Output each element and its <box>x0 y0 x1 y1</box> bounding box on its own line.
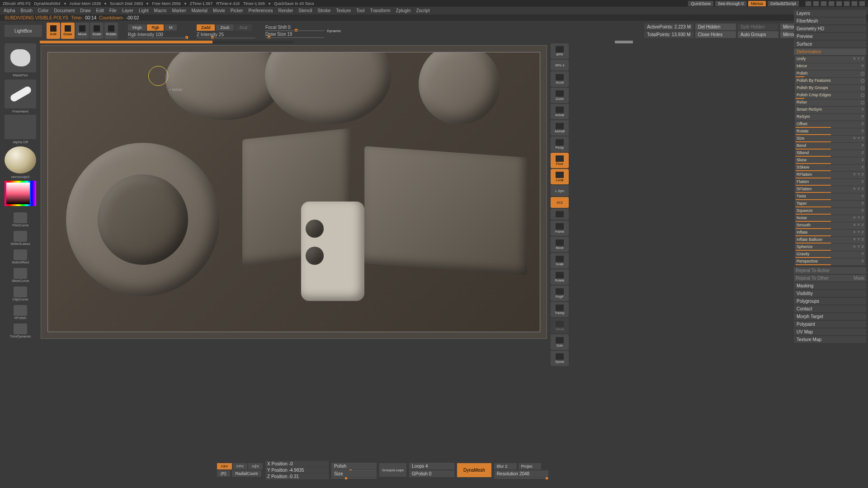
spix-slider[interactable]: SPix 3 <box>551 60 569 70</box>
repeat-active-button[interactable]: Repeat To Active <box>794 267 866 274</box>
menu-material[interactable]: Material <box>192 8 208 13</box>
deform-taper[interactable]: TaperZ <box>795 201 865 207</box>
section-visibility[interactable]: Visibility <box>794 290 866 297</box>
scroll-button[interactable]: Scroll <box>551 71 569 87</box>
draw-mode-button[interactable]: Draw <box>61 23 75 39</box>
draw-size-slider[interactable]: Draw Size 19 <box>265 31 324 37</box>
trimcurve-brush[interactable]: TrimCurve <box>14 212 27 223</box>
section-surface[interactable]: Surface <box>794 41 866 47</box>
section-uvmap[interactable]: UV Map <box>794 328 866 335</box>
sym-y-button[interactable]: >Y< <box>233 463 248 469</box>
canvas[interactable]: MASK <box>47 52 540 332</box>
rot-mode-button[interactable] <box>551 209 569 220</box>
focal-shift-slider[interactable]: Focal Shift 0 <box>265 24 324 30</box>
radial-r-button[interactable]: (R) <box>217 470 230 477</box>
vp-rotate-button[interactable]: Rotate <box>551 269 569 285</box>
zsub-button[interactable]: Zsub <box>216 24 234 31</box>
del-hidden-button[interactable]: Del Hidden <box>695 23 736 30</box>
menu-draw[interactable]: Draw <box>80 8 90 13</box>
deform-rflatten[interactable]: RFlattenX Y Z <box>795 172 865 178</box>
deform-sbend[interactable]: SBendZ <box>795 150 865 157</box>
floor-button[interactable]: Floor <box>551 153 569 168</box>
repeat-other-button[interactable]: Repeat To OtherMask <box>794 275 866 282</box>
menu-document[interactable]: Document <box>54 8 75 13</box>
brush-selector[interactable]: MaskPen <box>5 43 36 72</box>
actual-button[interactable]: Actual <box>551 104 569 119</box>
resolution-slider[interactable]: Resolution 2048 <box>494 470 548 477</box>
menu-texture[interactable]: Texture <box>336 8 351 13</box>
deform-skew[interactable]: SkewZ <box>795 157 865 164</box>
menu-light[interactable]: Light <box>139 8 149 13</box>
close-icon[interactable] <box>859 1 865 6</box>
deform-perspective[interactable]: PerspectiveZ <box>795 258 865 265</box>
section-geometryhd[interactable]: Geometry HD <box>794 25 866 32</box>
y-position-slider[interactable]: Y Position -4.9835 <box>265 467 329 473</box>
polyf-button[interactable]: PolyF <box>551 286 569 301</box>
sym-z-button[interactable]: >Z< <box>248 463 263 469</box>
loops-slider[interactable]: Loops 4 <box>409 463 454 469</box>
deform-rotate[interactable]: RotateZ <box>795 128 865 135</box>
xpose-button[interactable]: Xpose <box>551 351 569 366</box>
scale-mode-button[interactable]: Scale <box>90 23 104 39</box>
rotate-mode-button[interactable]: Rotate <box>104 23 118 39</box>
menu-layer[interactable]: Layer <box>122 8 133 13</box>
deform-polish-by-features[interactable]: Polish By Features <box>795 78 865 84</box>
aahalf-button[interactable]: AAHalf <box>551 120 569 136</box>
mrgb-button[interactable]: Mrgb <box>128 24 146 31</box>
deform-unify[interactable]: UnifyX Y Z <box>795 56 865 63</box>
deform-inflate[interactable]: InflateX Y Z <box>795 230 865 236</box>
menu-macro[interactable]: Macro <box>154 8 167 13</box>
defaultzscript-button[interactable]: DefaultZScript <box>768 1 799 6</box>
color-picker[interactable] <box>5 181 36 206</box>
deform-bend[interactable]: BendZ <box>795 143 865 150</box>
ghost-button[interactable]: Ghost <box>551 318 569 333</box>
frame-button[interactable]: Frame <box>551 221 569 236</box>
deform-noise[interactable]: NoiseX Y Z <box>795 215 865 222</box>
trimdynamic-brush[interactable]: TrimDynamic <box>14 324 27 334</box>
deform-mirror[interactable]: MirrorX <box>795 63 865 70</box>
menu-tool[interactable]: Tool <box>356 8 364 13</box>
gpolish-slider[interactable]: GPolish 0 <box>409 470 454 477</box>
z-intensity-slider[interactable]: Z Intensity 25 <box>197 32 255 38</box>
menu-movie[interactable]: Movie <box>213 8 225 13</box>
layout-icon[interactable] <box>813 1 819 6</box>
deform-resym[interactable]: ReSymX <box>795 114 865 121</box>
z-position-slider[interactable]: Z Position -0.31 <box>265 474 329 479</box>
rgb-button[interactable]: Rgb <box>147 24 164 31</box>
section-layers[interactable]: Layers <box>794 10 866 17</box>
xyz-button[interactable]: XYZ <box>551 197 569 208</box>
radialcount-slider[interactable]: RadialCount <box>232 470 262 477</box>
canvas-scrubber[interactable] <box>615 41 633 43</box>
deform-flatten[interactable]: FlattenZ <box>795 179 865 186</box>
local-button[interactable]: Local <box>551 169 569 184</box>
zadd-button[interactable]: Zadd <box>197 24 215 31</box>
deform-gravity[interactable]: GravityY <box>795 251 865 258</box>
menu-marker[interactable]: Marker <box>172 8 186 13</box>
menu-preferences[interactable]: Preferences <box>249 8 273 13</box>
menu-render[interactable]: Render <box>278 8 293 13</box>
x-position-slider[interactable]: X Position -0 <box>265 461 329 467</box>
seethrough-slider[interactable]: See-through 0 <box>715 1 746 6</box>
deform-smooth[interactable]: SmoothX Y Z <box>795 222 865 229</box>
hpolish-brush[interactable]: hPolish <box>14 305 27 316</box>
edit-mode-button[interactable]: Edit <box>47 23 60 39</box>
menu-zplugin[interactable]: Zplugin <box>396 8 411 13</box>
size-slider[interactable]: Size <box>331 470 377 477</box>
menu-transform[interactable]: Transform <box>370 8 390 13</box>
close-holes-button[interactable]: Close Holes <box>695 31 736 38</box>
section-deformation[interactable]: Deformation <box>794 48 866 55</box>
deform-polish-by-groups[interactable]: Polish By Groups <box>795 85 865 92</box>
section-contact[interactable]: Contact <box>794 305 866 312</box>
deform-polish[interactable]: Polish <box>795 70 865 77</box>
deform-polish-crisp-edges[interactable]: Polish Crisp Edges <box>795 92 865 99</box>
section-fibermesh[interactable]: FiberMesh <box>794 18 866 24</box>
material-selector[interactable]: nervsculpt2 <box>5 146 36 174</box>
section-polygroups[interactable]: Polygroups <box>794 298 866 305</box>
split-hidden-button[interactable]: Split Hidden <box>738 23 778 30</box>
deform-spherize[interactable]: SpherizeX Y Z <box>795 244 865 251</box>
groupsloops-button[interactable]: GroupsLoops <box>379 463 406 477</box>
deform-smart-resym[interactable]: Smart ReSymX <box>795 107 865 113</box>
alpha-selector[interactable]: Alpha Off <box>5 115 36 139</box>
menu-zscript[interactable]: Zscript <box>416 8 429 13</box>
sym-x-button[interactable]: >X< <box>217 463 232 469</box>
